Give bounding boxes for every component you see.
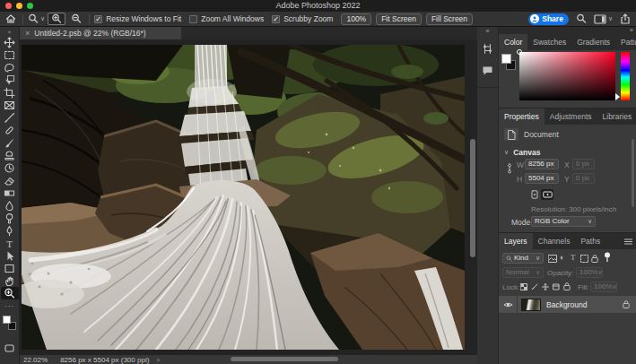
color-saturation-brightness-field[interactable] [519, 52, 615, 100]
hue-slider[interactable] [621, 52, 630, 100]
zoom-all-windows-checkbox[interactable] [189, 15, 197, 23]
scrubby-zoom-checkbox[interactable]: ✓ [272, 15, 280, 23]
lock-all-icon[interactable] [563, 282, 571, 290]
vertical-scrollbar-thumb[interactable] [470, 139, 475, 257]
edit-toolbar-ellipsis[interactable]: ··· [1, 299, 19, 312]
layer-lock-icon[interactable] [623, 300, 630, 308]
filter-shape-layers-icon[interactable] [580, 255, 588, 263]
zoom-tool-preset[interactable]: ∨ [28, 13, 45, 24]
maximize-window-button[interactable] [27, 3, 33, 9]
landscape-orientation-button[interactable] [541, 189, 553, 200]
object-selection-tool[interactable] [1, 74, 19, 86]
y-field[interactable]: 0 px [572, 173, 595, 184]
zoom-all-windows-label[interactable]: Zoom All Windows [201, 14, 264, 23]
scrubby-zoom-label[interactable]: Scrubby Zoom [283, 14, 333, 23]
clone-stamp-tool[interactable] [1, 149, 19, 161]
share-button[interactable]: Share [528, 13, 569, 25]
layer-visibility-eye-icon[interactable] [499, 301, 517, 308]
tab-properties[interactable]: Properties [499, 108, 545, 125]
comments-panel-icon[interactable] [477, 55, 498, 76]
tab-adjustments[interactable]: Adjustments [545, 108, 597, 125]
foreground-color-swatch[interactable] [501, 54, 511, 64]
filter-pin-toggle[interactable] [604, 252, 611, 263]
zoom-100-button[interactable]: 100% [341, 13, 371, 25]
panel-menu-icon[interactable] [624, 233, 632, 249]
horizontal-scrollbar-thumb[interactable] [231, 357, 338, 361]
kind-filter-dropdown[interactable]: Kind ∨ [502, 253, 544, 264]
lock-transparency-icon[interactable] [520, 283, 527, 290]
height-field[interactable]: 5504 px [525, 173, 559, 184]
pen-tool[interactable] [1, 224, 19, 237]
blur-tool[interactable] [1, 199, 19, 212]
close-tab-icon[interactable]: × [25, 30, 30, 38]
width-field[interactable]: 8256 px [525, 159, 559, 169]
link-dimensions-icon[interactable] [506, 162, 513, 186]
path-selection-tool[interactable] [1, 249, 19, 262]
gradient-tool[interactable] [1, 186, 19, 199]
document-tab[interactable]: × Untitled-2.psb @ 22% (RGB/16*) [20, 27, 181, 39]
vertical-scrollbar[interactable] [469, 39, 476, 355]
workspace-switcher-icon[interactable]: ∨ [594, 14, 613, 24]
lasso-tool[interactable] [1, 61, 19, 74]
zoom-in-button[interactable] [48, 13, 65, 25]
zoom-out-button[interactable] [68, 13, 84, 25]
hand-tool[interactable] [1, 274, 19, 287]
minimize-window-button[interactable] [16, 3, 22, 9]
canvas-area[interactable] [20, 39, 477, 355]
portrait-orientation-button[interactable] [529, 189, 540, 200]
panel-scrollbar-thumb[interactable] [632, 139, 634, 207]
lock-pixels-icon[interactable] [531, 283, 538, 290]
blend-mode-dropdown[interactable]: Normal ∨ [502, 267, 544, 278]
tab-swatches[interactable]: Swatches [527, 34, 571, 50]
resize-windows-label[interactable]: Resize Windows to Fit [106, 14, 181, 23]
history-panel-icon[interactable] [477, 36, 498, 55]
collapse-panels-chevron[interactable]: » [630, 27, 633, 33]
foreground-color-swatch[interactable] [3, 316, 11, 324]
home-icon[interactable] [5, 13, 16, 24]
opacity-field[interactable]: 100% ∨ [576, 267, 603, 278]
rectangle-tool[interactable] [1, 262, 19, 274]
collapse-tools-chevron[interactable]: » [0, 27, 19, 36]
lock-artboard-icon[interactable] [553, 283, 560, 290]
tab-gradients[interactable]: Gradients [571, 34, 615, 50]
search-icon[interactable] [576, 13, 587, 24]
type-tool[interactable]: T [1, 237, 19, 249]
document-image[interactable] [22, 45, 465, 350]
dodge-tool[interactable] [1, 212, 19, 224]
zoom-tool[interactable] [1, 287, 19, 299]
filter-type-layers-icon[interactable]: T [571, 254, 576, 262]
eraser-tool[interactable] [1, 174, 19, 186]
filter-smart-objects-icon[interactable] [591, 255, 598, 263]
tab-paths[interactable]: Paths [575, 233, 606, 249]
eyedropper-tool[interactable] [1, 111, 19, 124]
export-share-icon[interactable] [620, 13, 631, 24]
layer-row-background[interactable]: Background [499, 296, 636, 313]
frame-tool[interactable] [1, 99, 19, 111]
tab-libraries[interactable]: Libraries [597, 108, 636, 125]
foreground-background-swatches[interactable] [2, 315, 18, 333]
tab-color[interactable]: Color [499, 34, 527, 50]
layer-thumbnail[interactable] [521, 299, 541, 311]
fit-screen-button[interactable]: Fit Screen [376, 13, 422, 25]
crop-tool[interactable] [1, 86, 19, 99]
filter-pixel-layers-icon[interactable] [548, 255, 557, 263]
fill-field[interactable]: 100% ∨ [590, 282, 617, 292]
resize-windows-checkbox[interactable]: ✓ [94, 15, 102, 23]
filter-adjustment-layers-icon[interactable]: ◐ [560, 254, 564, 262]
fill-screen-button[interactable]: Fill Screen [426, 13, 473, 25]
expand-strip-chevron[interactable]: « [477, 27, 498, 36]
healing-brush-tool[interactable] [1, 124, 19, 136]
tab-channels[interactable]: Channels [533, 233, 576, 249]
marquee-tool[interactable] [1, 48, 19, 61]
tab-patterns[interactable]: Patterns [615, 34, 636, 50]
close-window-button[interactable] [5, 3, 12, 9]
lock-position-icon[interactable] [542, 283, 549, 290]
brush-tool[interactable] [1, 136, 19, 149]
hue-slider-pointer[interactable] [615, 93, 620, 100]
screen-mode-button[interactable] [1, 342, 19, 354]
color-picker-cursor[interactable] [517, 49, 522, 55]
layer-name[interactable]: Background [546, 300, 587, 309]
status-chevron-icon[interactable]: > [156, 357, 160, 363]
canvas-section-header[interactable]: ∨ Canvas [504, 148, 540, 157]
tab-layers[interactable]: Layers [499, 233, 533, 249]
